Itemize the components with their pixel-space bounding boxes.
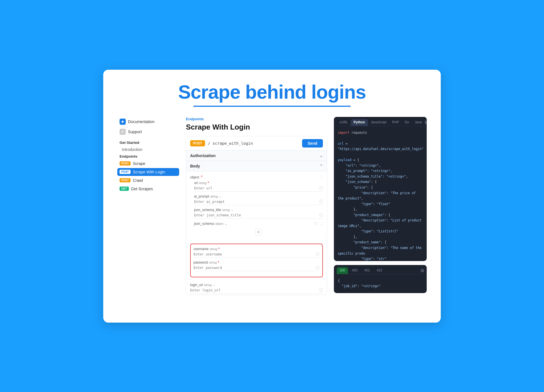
copy-code-button[interactable]: ⧉ bbox=[425, 120, 427, 125]
code-block: cURL Python JavaScript PHP Go Java ⧉ imp… bbox=[334, 117, 427, 261]
username-input[interactable] bbox=[194, 252, 314, 257]
json-schema-fullscreen-icon[interactable]: ⛶ bbox=[320, 222, 323, 226]
ai-prompt-input[interactable] bbox=[194, 199, 318, 204]
password-info-icon: ⓘ bbox=[316, 265, 320, 270]
code-line: "price": { bbox=[338, 185, 423, 191]
json-schema-title-input-row: ⓘ bbox=[194, 213, 323, 219]
json-schema-expand-icon[interactable]: ⓘ bbox=[314, 221, 317, 226]
password-label: password string * bbox=[194, 260, 320, 264]
sidebar-item-support[interactable]: ☰ Support bbox=[117, 127, 179, 137]
sidebar-endpoint-scrape-login-label: Scrape With Login bbox=[133, 170, 165, 174]
tab-go[interactable]: Go bbox=[402, 119, 412, 126]
response-block: 200 400 401 422 ⧉ { "job_id": "<string>" bbox=[334, 265, 427, 293]
tab-curl[interactable]: cURL bbox=[337, 119, 351, 126]
code-line: payload = { bbox=[338, 157, 423, 163]
code-line: "type": "str" bbox=[338, 256, 423, 261]
json-schema-title-label: json_schema_title string ⌄ bbox=[194, 208, 323, 212]
credentials-section: username string * ⓘ password bbox=[190, 244, 323, 277]
json-schema-title-input[interactable] bbox=[194, 213, 318, 218]
url-input-row: ⓘ bbox=[194, 186, 323, 192]
endpoint-path: / scrape_with_login bbox=[208, 141, 299, 146]
code-line: "ai_prompt": "<string>", bbox=[338, 168, 423, 174]
code-line: "json_schema_title": "<string>", bbox=[338, 174, 423, 180]
tab-200[interactable]: 200 bbox=[337, 267, 348, 274]
body-label: Body bbox=[190, 164, 200, 168]
code-line: "json_schema": { bbox=[338, 179, 423, 185]
login-url-label: login_url string ⌄ bbox=[190, 283, 323, 287]
object-row: object * ⛶ bbox=[190, 175, 323, 180]
tab-python[interactable]: Python bbox=[351, 119, 368, 126]
code-line: "description": "The name of the specific… bbox=[338, 245, 423, 256]
url-info-icon: ⓘ bbox=[319, 186, 323, 191]
tab-javascript[interactable]: JavaScript bbox=[368, 119, 389, 126]
sidebar-endpoint-get-scrapes[interactable]: GET Get Scrapes bbox=[117, 185, 179, 193]
json-schema-label: json_schema object ⌄ ⓘ ⛶ bbox=[194, 221, 323, 226]
password-field-row: password string * ⓘ bbox=[194, 260, 320, 271]
sidebar-doc-label: Documentation bbox=[128, 119, 154, 124]
code-line: import requests bbox=[338, 130, 423, 136]
sidebar-endpoint-scrape-label: Scrape bbox=[133, 161, 145, 166]
code-line: "description": "The price of the product… bbox=[338, 191, 423, 201]
support-icon: ☰ bbox=[120, 129, 126, 135]
url-label: url string * bbox=[194, 181, 323, 185]
main-card: Scrape behind logins ■ Documentation ☰ S… bbox=[103, 70, 441, 323]
sidebar-endpoint-scrape[interactable]: POST Scrape bbox=[117, 160, 179, 167]
login-url-field-row: login_url string ⌄ ⓘ bbox=[186, 280, 327, 295]
username-input-row: ⓘ bbox=[194, 252, 320, 258]
password-input[interactable] bbox=[194, 265, 314, 270]
tab-422[interactable]: 422 bbox=[374, 267, 385, 274]
code-body: import requests url = "https://api.dataf… bbox=[334, 126, 427, 261]
sidebar-item-documentation[interactable]: ■ Documentation bbox=[117, 117, 179, 126]
body-fields-section: object * ⛶ url string * ⓘ bbox=[186, 171, 327, 244]
code-line bbox=[338, 135, 423, 141]
response-line: { bbox=[338, 278, 423, 284]
username-info-icon: ⓘ bbox=[316, 252, 320, 257]
url-input[interactable] bbox=[194, 186, 318, 191]
doc-icon: ■ bbox=[120, 119, 126, 125]
add-field-button[interactable]: + bbox=[194, 227, 323, 237]
tab-php[interactable]: PHP bbox=[389, 119, 402, 126]
sidebar-endpoint-crawl[interactable]: POST Crawl bbox=[117, 176, 179, 184]
code-line: "product_name": { bbox=[338, 240, 423, 245]
json-schema-field-row: json_schema object ⌄ ⓘ ⛶ + bbox=[190, 221, 323, 237]
expand-icon[interactable]: ⛶ bbox=[320, 175, 323, 179]
ai-prompt-input-row: ⓘ bbox=[194, 199, 323, 205]
hero-underline bbox=[193, 106, 351, 107]
ai-prompt-info-icon: ⓘ bbox=[319, 199, 323, 204]
authorization-header[interactable]: Authorization ⌄ bbox=[186, 151, 327, 161]
send-button[interactable]: Send bbox=[302, 139, 323, 148]
copy-response-button[interactable]: ⧉ bbox=[421, 268, 424, 273]
tab-401[interactable]: 401 bbox=[361, 267, 373, 274]
json-schema-title-info-icon: ⓘ bbox=[319, 213, 323, 218]
badge-get-scrapes: GET bbox=[120, 187, 129, 191]
login-url-input-row: ⓘ bbox=[190, 288, 323, 294]
code-line: "type": "List[str]" bbox=[338, 229, 423, 234]
code-line: }, bbox=[338, 207, 423, 212]
body-header[interactable]: Body ⌃ bbox=[186, 161, 327, 171]
response-line: "job_id": "<string>" bbox=[338, 284, 423, 289]
plus-icon[interactable]: + bbox=[255, 229, 262, 235]
username-field-row: username string * ⓘ bbox=[194, 247, 320, 258]
api-endpoint-bar: POST / scrape_with_login Send bbox=[186, 136, 327, 151]
code-line: "type": "float" bbox=[338, 201, 423, 207]
page-title: Scrape With Login bbox=[186, 123, 327, 132]
hero-title: Scrape behind logins bbox=[117, 81, 427, 103]
code-line: "url": "<string>", bbox=[338, 163, 423, 169]
code-line: "description": "List of product image UR… bbox=[338, 218, 423, 229]
response-tabs: 200 400 401 422 ⧉ bbox=[334, 265, 427, 274]
response-body: { "job_id": "<string>" bbox=[334, 274, 427, 293]
sidebar-support-label: Support bbox=[128, 130, 142, 134]
sidebar-endpoint-scrape-with-login[interactable]: POST Scrape With Login bbox=[117, 168, 179, 176]
tab-java[interactable]: Java bbox=[412, 119, 424, 126]
object-required: * bbox=[201, 175, 203, 180]
sidebar-endpoint-get-scrapes-label: Get Scrapes bbox=[131, 187, 153, 191]
login-url-info-icon: ⓘ bbox=[319, 288, 323, 293]
username-label: username string * bbox=[194, 247, 320, 251]
login-url-input[interactable] bbox=[190, 288, 318, 293]
tab-400[interactable]: 400 bbox=[349, 267, 360, 274]
code-line: url = "https://api.datafuel.dev/scrape_w… bbox=[338, 141, 423, 152]
password-input-row: ⓘ bbox=[194, 265, 320, 271]
main-panel: Endpoints Scrape With Login POST / scrap… bbox=[186, 117, 327, 295]
code-tabs: cURL Python JavaScript PHP Go Java ⧉ bbox=[334, 117, 427, 126]
sidebar-item-introduction[interactable]: Introduction bbox=[117, 146, 179, 153]
